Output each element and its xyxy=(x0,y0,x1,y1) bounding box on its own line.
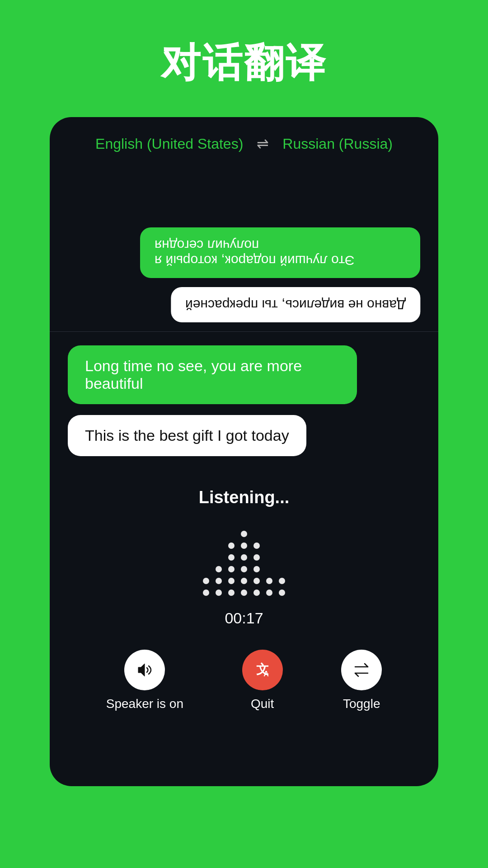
listening-section: Listening... xyxy=(50,470,438,786)
svg-text:A: A xyxy=(263,670,269,678)
language-bar: English (United States) ⇌ Russian (Russi… xyxy=(50,117,438,166)
flipped-message-row-2: Давно не виделись, ты прекрасней xyxy=(68,287,420,322)
bubble-white-1: This is the best gift I got today xyxy=(68,415,306,456)
quit-control: 文 A Quit xyxy=(242,650,283,711)
toggle-label: Toggle xyxy=(343,697,380,711)
flipped-message-row-1: Это лучший подарок, который я получил се… xyxy=(68,227,420,278)
wave-column-2 xyxy=(216,542,222,596)
wave-column-6 xyxy=(266,560,272,596)
wave-column-1 xyxy=(203,542,209,596)
wave-dot xyxy=(253,554,260,561)
wave-dot xyxy=(228,578,235,584)
speaker-label: Speaker is on xyxy=(106,697,183,711)
wave-dot xyxy=(241,554,247,561)
bubble-green-1: Long time no see, you are more beautiful xyxy=(68,345,357,404)
bottom-controls: Speaker is on 文 A Quit xyxy=(50,641,438,734)
speaker-button[interactable] xyxy=(124,650,165,690)
wave-column-5 xyxy=(253,542,260,596)
language-right[interactable]: Russian (Russia) xyxy=(282,136,393,152)
toggle-control: Toggle xyxy=(341,650,382,711)
wave-dot xyxy=(203,578,209,584)
quit-label: Quit xyxy=(251,697,274,711)
wave-dot xyxy=(228,554,235,561)
wave-dot xyxy=(253,578,260,584)
wave-dot xyxy=(266,578,272,584)
wave-dot xyxy=(228,566,235,572)
wave-dot xyxy=(203,590,209,596)
wave-column-3 xyxy=(228,542,235,596)
wave-dot xyxy=(279,578,285,584)
timer-display: 00:17 xyxy=(225,609,263,627)
messages-top: Это лучший подарок, который я получил се… xyxy=(50,166,438,331)
wave-dot xyxy=(266,590,272,596)
quit-button[interactable]: 文 A xyxy=(242,650,283,690)
bubble-text: This is the best gift I got today xyxy=(85,427,289,444)
toggle-icon xyxy=(352,660,371,680)
wave-dot xyxy=(216,590,222,596)
wave-dot xyxy=(216,578,222,584)
toggle-button[interactable] xyxy=(341,650,382,690)
translate-icon: 文 A xyxy=(253,660,272,680)
waveform xyxy=(203,524,285,596)
wave-dot xyxy=(241,566,247,572)
language-left[interactable]: English (United States) xyxy=(95,136,243,152)
wave-dot xyxy=(241,542,247,549)
bubble-text: Это лучший подарок, который я получил се… xyxy=(155,237,406,268)
wave-dot xyxy=(228,590,235,596)
wave-dot xyxy=(279,590,285,596)
wave-dot xyxy=(241,531,247,537)
speaker-control: Speaker is on xyxy=(106,650,183,711)
wave-dot xyxy=(216,566,222,572)
wave-dot xyxy=(228,542,235,549)
bubble-flipped-green-1: Это лучший подарок, который я получил се… xyxy=(140,227,420,278)
wave-dot xyxy=(241,578,247,584)
swap-icon[interactable]: ⇌ xyxy=(257,135,269,152)
wave-dot xyxy=(253,542,260,549)
bubble-text: Long time no see, you are more beautiful xyxy=(85,357,302,392)
wave-dot xyxy=(253,566,260,572)
wave-column-7 xyxy=(279,569,285,596)
speaker-icon xyxy=(135,660,155,680)
wave-dot xyxy=(253,590,260,596)
messages-bottom: Long time no see, you are more beautiful… xyxy=(50,332,438,470)
wave-dot xyxy=(241,590,247,596)
wave-column-4 xyxy=(241,524,247,596)
conversation-panel: English (United States) ⇌ Russian (Russi… xyxy=(50,117,438,786)
app-title: 对话翻译 xyxy=(161,36,327,90)
listening-label: Listening... xyxy=(199,488,290,507)
bubble-flipped-white-1: Давно не виделись, ты прекрасней xyxy=(171,287,420,322)
bubble-text: Давно не виделись, ты прекрасней xyxy=(185,297,406,312)
